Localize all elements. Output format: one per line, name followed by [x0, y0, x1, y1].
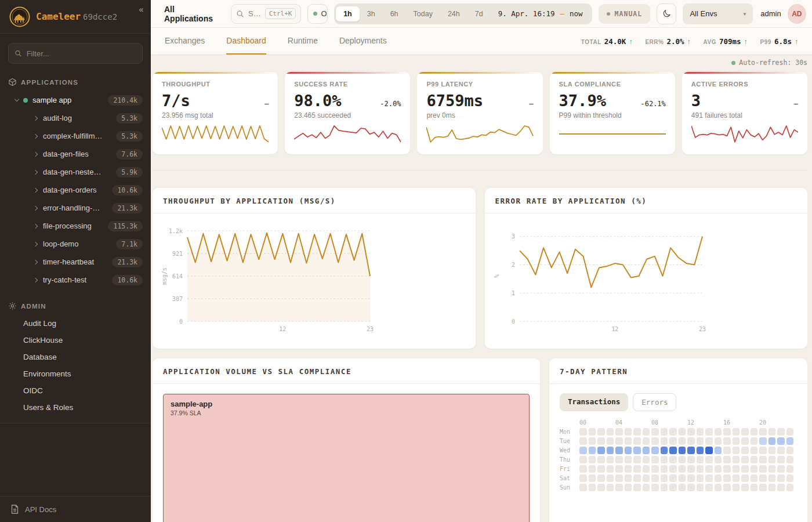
heatmap-cell [661, 437, 668, 445]
chevron-right-icon [33, 259, 38, 264]
gear-icon [8, 302, 17, 310]
sidebar-item-complex-fulfillment[interactable]: complex-fulfillm…5.3k [0, 127, 151, 145]
avatar[interactable]: AD [788, 4, 806, 24]
applications-section-label: APPLICATIONS [21, 79, 78, 86]
pattern-card-title: 7-DAY PATTERN [549, 358, 807, 384]
sidebar-item-audit-log[interactable]: audit-log5.3k [0, 109, 151, 127]
applications-box-icon [8, 78, 17, 86]
svg-text:0: 0 [511, 318, 514, 325]
date-from: 9. Apr. 16:19 [498, 9, 555, 18]
tab-exchanges[interactable]: Exchanges [165, 28, 205, 55]
count-badge: 5.3k [116, 131, 143, 142]
heatmap-cell [705, 447, 713, 454]
toggle-transactions[interactable]: Transactions [560, 393, 628, 411]
heatmap-cell [697, 428, 704, 436]
heatmap-cell [615, 484, 623, 491]
sidebar-item-error-handling[interactable]: error-handling-…21.3k [0, 199, 151, 217]
toggle-errors[interactable]: Errors [633, 393, 676, 411]
treemap-cell-sample-app[interactable]: sample-app 37.9% SLA [163, 394, 530, 522]
sidebar-item-data-gen-files[interactable]: data-gen-files7.6k [0, 145, 151, 163]
sidebar: Cameleer69dcce2 « APPLICATIONS sample ap… [0, 0, 151, 522]
app-title: Cameleer69dcce2 [36, 11, 117, 22]
heatmap-cell [786, 456, 794, 463]
heatmap-cell [643, 437, 650, 445]
time-range-1h[interactable]: 1h [336, 6, 360, 21]
volume-sla-card: APPLICATION VOLUME VS SLA COMPLIANCE sam… [153, 358, 540, 522]
sidebar-item-timer-heartbeat[interactable]: timer-heartbeat21.3k [0, 253, 151, 271]
heatmap-cell [715, 474, 722, 482]
heatmap-cell [633, 447, 641, 454]
exchange-label: complex-fulfillm… [43, 132, 103, 140]
sidebar-item-data-gen-orders[interactable]: data-gen-orders10.6k [0, 181, 151, 199]
sidebar-item-loop-demo[interactable]: loop-demo7.1k [0, 235, 151, 253]
arrow-up-icon: ↑ [795, 38, 798, 46]
sidebar-item-file-processing[interactable]: file-processing115.3k [0, 217, 151, 235]
time-range-3h[interactable]: 3h [360, 6, 383, 21]
search-placeholder-text: S… [248, 9, 261, 18]
heatmap-cell [579, 428, 587, 436]
time-range-24h[interactable]: 24h [440, 6, 467, 21]
online-status-pill[interactable]: O [307, 4, 328, 24]
tab-deployments[interactable]: Deployments [339, 28, 387, 55]
dark-mode-toggle[interactable] [657, 3, 676, 24]
svg-text:msg/s: msg/s [161, 267, 168, 285]
count-badge: 210.4k [108, 95, 143, 106]
manual-refresh-button[interactable]: MANUAL [599, 4, 651, 24]
heatmap-day-label: Tue [560, 438, 579, 444]
exchange-label: error-handling-… [43, 204, 100, 212]
heatmap-cell [741, 456, 749, 463]
sidebar-filter[interactable] [8, 43, 143, 64]
heatmap-cell [643, 465, 650, 473]
tab-dashboard[interactable]: Dashboard [226, 28, 266, 55]
count-badge: 7.1k [116, 239, 143, 249]
date-range-display[interactable]: 9. Apr. 16:19 – now [491, 9, 590, 18]
heatmap-cell [589, 484, 596, 491]
heatmap-cell [741, 428, 749, 436]
section-divider [153, 170, 807, 171]
exchange-label: file-processing [43, 222, 92, 230]
chevron-right-icon [33, 133, 38, 138]
time-range-6h[interactable]: 6h [383, 6, 406, 21]
chevron-down-icon [14, 97, 19, 102]
heatmap-cell [579, 447, 587, 454]
kpi-title: SUCCESS RATE [294, 81, 401, 88]
time-range-today[interactable]: Today [406, 6, 440, 21]
heatmap-row-fri: Fri [560, 465, 797, 473]
heatmap-cell [651, 447, 659, 454]
heatmap-cell [679, 428, 686, 436]
heatmap-cell [633, 484, 641, 491]
sidebar-item-database[interactable]: Database [0, 349, 151, 365]
sidebar-item-audit-log-admin[interactable]: Audit Log [0, 315, 151, 332]
heatmap-cell [679, 474, 686, 482]
date-separator: – [560, 9, 565, 18]
sidebar-item-oidc[interactable]: OIDC [0, 382, 151, 399]
sidebar-item-clickhouse[interactable]: ClickHouse [0, 332, 151, 349]
heatmap-cell [589, 437, 596, 445]
sidebar-header: Cameleer69dcce2 « [0, 0, 151, 34]
heatmap-cell [597, 447, 605, 454]
count-badge: 5.3k [116, 113, 143, 124]
sidebar-item-sample-app[interactable]: sample app 210.4k [0, 91, 151, 109]
kpi-delta: – [794, 100, 798, 108]
time-range-7d[interactable]: 7d [467, 6, 491, 21]
chevron-right-icon [33, 169, 38, 174]
environment-select[interactable]: All Envs ▾ [683, 3, 753, 24]
tab-runtime[interactable]: Runtime [288, 28, 318, 55]
sidebar-item-users-roles[interactable]: Users & Roles [0, 399, 151, 416]
heatmap-cell [643, 474, 650, 482]
api-docs-link[interactable]: API Docs [0, 496, 151, 522]
sidebar-item-environments[interactable]: Environments [0, 365, 151, 382]
sidebar-item-data-gen-nested[interactable]: data-gen-neste…5.9k [0, 163, 151, 181]
filter-input[interactable] [27, 49, 136, 58]
exchange-label: audit-log [43, 114, 72, 122]
sidebar-collapse-icon[interactable]: « [139, 5, 144, 15]
global-search[interactable]: S… Ctrl+K [231, 4, 301, 24]
sidebar-item-try-catch-test[interactable]: try-catch-test10.6k [0, 271, 151, 289]
heatmap-cell [669, 428, 677, 436]
count-badge: 5.9k [116, 167, 143, 177]
pattern-toggles: Transactions Errors [560, 393, 797, 411]
kpi-title: THROUGHPUT [162, 81, 269, 88]
kpi-delta: -62.1% [640, 100, 665, 108]
heatmap-cell [669, 465, 677, 473]
heatmap-cell [633, 437, 641, 445]
